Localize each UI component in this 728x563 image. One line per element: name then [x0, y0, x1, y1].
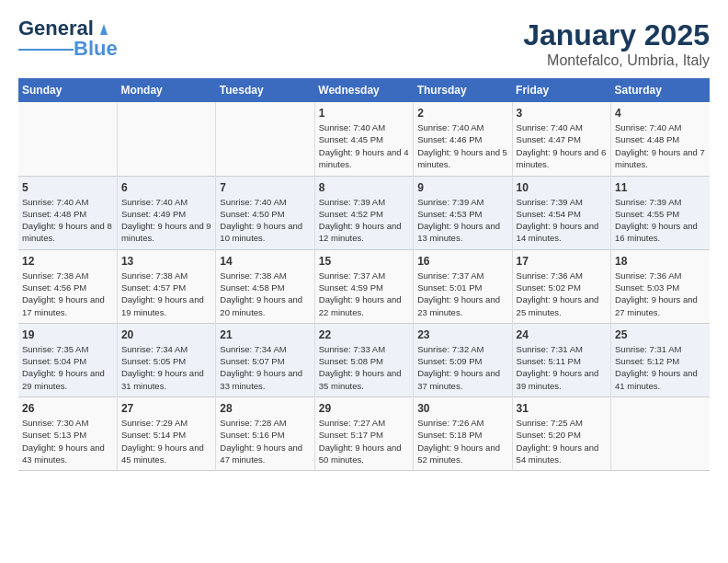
calendar-cell: 19Sunrise: 7:35 AMSunset: 5:04 PMDayligh… [18, 323, 117, 396]
logo-triangle-icon [96, 20, 112, 37]
day-info: Sunrise: 7:35 AMSunset: 5:04 PMDaylight:… [22, 343, 113, 392]
calendar-cell: 17Sunrise: 7:36 AMSunset: 5:02 PMDayligh… [512, 249, 610, 323]
day-info: Sunrise: 7:40 AMSunset: 4:47 PMDaylight:… [517, 121, 607, 170]
day-header-wednesday: Wednesday [314, 78, 413, 102]
calendar-title: January 2025 [523, 18, 710, 52]
calendar-cell: 21Sunrise: 7:34 AMSunset: 5:07 PMDayligh… [216, 323, 314, 396]
calendar-cell: 4Sunrise: 7:40 AMSunset: 4:48 PMDaylight… [611, 102, 710, 176]
day-number: 19 [22, 328, 113, 341]
day-number: 16 [417, 255, 507, 268]
calendar-cell: 10Sunrise: 7:39 AMSunset: 4:54 PMDayligh… [512, 176, 610, 249]
calendar-cell: 31Sunrise: 7:25 AMSunset: 5:20 PMDayligh… [512, 397, 610, 471]
calendar-cell: 9Sunrise: 7:39 AMSunset: 4:53 PMDaylight… [414, 176, 512, 249]
page-header: General Blue January 2025 Montefalco, Um… [18, 18, 710, 69]
day-info: Sunrise: 7:39 AMSunset: 4:52 PMDaylight:… [319, 196, 409, 245]
day-info: Sunrise: 7:36 AMSunset: 5:02 PMDaylight:… [517, 270, 607, 318]
day-info: Sunrise: 7:37 AMSunset: 4:59 PMDaylight:… [319, 270, 409, 318]
calendar-week-row: 5Sunrise: 7:40 AMSunset: 4:48 PMDaylight… [18, 176, 710, 249]
calendar-header-row: SundayMondayTuesdayWednesdayThursdayFrid… [18, 78, 710, 102]
day-number: 30 [417, 402, 507, 415]
calendar-week-row: 26Sunrise: 7:30 AMSunset: 5:13 PMDayligh… [18, 397, 710, 471]
calendar-week-row: 12Sunrise: 7:38 AMSunset: 4:56 PMDayligh… [18, 249, 710, 323]
day-info: Sunrise: 7:29 AMSunset: 5:14 PMDaylight:… [121, 417, 211, 465]
calendar-cell: 6Sunrise: 7:40 AMSunset: 4:49 PMDaylight… [117, 176, 215, 249]
svg-marker-0 [100, 24, 108, 35]
calendar-cell: 8Sunrise: 7:39 AMSunset: 4:52 PMDaylight… [314, 176, 413, 249]
calendar-cell: 24Sunrise: 7:31 AMSunset: 5:11 PMDayligh… [512, 323, 610, 396]
day-info: Sunrise: 7:26 AMSunset: 5:18 PMDaylight:… [417, 417, 507, 465]
calendar-cell [117, 102, 215, 176]
day-number: 15 [319, 255, 409, 268]
calendar-cell: 1Sunrise: 7:40 AMSunset: 4:45 PMDaylight… [314, 102, 413, 176]
day-number: 10 [517, 181, 607, 194]
day-header-sunday: Sunday [18, 78, 117, 102]
calendar-cell: 23Sunrise: 7:32 AMSunset: 5:09 PMDayligh… [414, 323, 512, 396]
day-number: 20 [121, 328, 211, 341]
day-info: Sunrise: 7:31 AMSunset: 5:12 PMDaylight:… [615, 343, 706, 392]
day-number: 7 [220, 181, 310, 194]
calendar-cell: 15Sunrise: 7:37 AMSunset: 4:59 PMDayligh… [314, 249, 413, 323]
day-header-monday: Monday [117, 78, 215, 102]
day-info: Sunrise: 7:40 AMSunset: 4:45 PMDaylight:… [319, 121, 409, 170]
day-number: 22 [319, 328, 409, 341]
calendar-cell: 5Sunrise: 7:40 AMSunset: 4:48 PMDaylight… [18, 176, 117, 249]
day-number: 11 [615, 181, 706, 194]
day-info: Sunrise: 7:36 AMSunset: 5:03 PMDaylight:… [615, 270, 706, 318]
day-header-friday: Friday [512, 78, 610, 102]
day-info: Sunrise: 7:38 AMSunset: 4:56 PMDaylight:… [22, 270, 113, 318]
calendar-subtitle: Montefalco, Umbria, Italy [523, 52, 710, 69]
day-info: Sunrise: 7:39 AMSunset: 4:54 PMDaylight:… [517, 196, 607, 245]
title-section: January 2025 Montefalco, Umbria, Italy [523, 18, 710, 69]
day-info: Sunrise: 7:33 AMSunset: 5:08 PMDaylight:… [319, 343, 409, 392]
day-number: 28 [220, 402, 310, 415]
calendar-cell: 22Sunrise: 7:33 AMSunset: 5:08 PMDayligh… [314, 323, 413, 396]
calendar-cell [216, 102, 314, 176]
day-info: Sunrise: 7:25 AMSunset: 5:20 PMDaylight:… [517, 417, 607, 465]
day-number: 26 [22, 402, 113, 415]
day-info: Sunrise: 7:32 AMSunset: 5:09 PMDaylight:… [417, 343, 507, 392]
calendar-cell: 28Sunrise: 7:28 AMSunset: 5:16 PMDayligh… [216, 397, 314, 471]
day-info: Sunrise: 7:39 AMSunset: 4:53 PMDaylight:… [417, 196, 507, 245]
calendar-cell: 3Sunrise: 7:40 AMSunset: 4:47 PMDaylight… [512, 102, 610, 176]
logo: General Blue [18, 18, 118, 59]
calendar-week-row: 1Sunrise: 7:40 AMSunset: 4:45 PMDaylight… [18, 102, 710, 176]
day-header-tuesday: Tuesday [216, 78, 314, 102]
day-info: Sunrise: 7:40 AMSunset: 4:50 PMDaylight:… [220, 196, 310, 245]
calendar-table: SundayMondayTuesdayWednesdayThursdayFrid… [18, 78, 710, 471]
calendar-cell: 26Sunrise: 7:30 AMSunset: 5:13 PMDayligh… [18, 397, 117, 471]
calendar-week-row: 19Sunrise: 7:35 AMSunset: 5:04 PMDayligh… [18, 323, 710, 396]
day-number: 12 [22, 255, 113, 268]
logo-text-general: General [18, 18, 94, 39]
day-number: 4 [615, 107, 706, 120]
day-info: Sunrise: 7:40 AMSunset: 4:46 PMDaylight:… [417, 121, 507, 170]
day-info: Sunrise: 7:30 AMSunset: 5:13 PMDaylight:… [22, 417, 113, 465]
calendar-cell: 29Sunrise: 7:27 AMSunset: 5:17 PMDayligh… [314, 397, 413, 471]
calendar-cell: 16Sunrise: 7:37 AMSunset: 5:01 PMDayligh… [414, 249, 512, 323]
day-info: Sunrise: 7:40 AMSunset: 4:49 PMDaylight:… [121, 196, 211, 245]
day-number: 31 [517, 402, 607, 415]
day-number: 21 [220, 328, 310, 341]
day-number: 13 [121, 255, 211, 268]
day-number: 23 [417, 328, 507, 341]
calendar-cell: 7Sunrise: 7:40 AMSunset: 4:50 PMDaylight… [216, 176, 314, 249]
calendar-cell: 25Sunrise: 7:31 AMSunset: 5:12 PMDayligh… [611, 323, 710, 396]
day-info: Sunrise: 7:39 AMSunset: 4:55 PMDaylight:… [615, 196, 706, 245]
day-info: Sunrise: 7:31 AMSunset: 5:11 PMDaylight:… [517, 343, 607, 392]
day-number: 25 [615, 328, 706, 341]
day-number: 2 [417, 107, 507, 120]
calendar-cell [18, 102, 117, 176]
calendar-cell: 12Sunrise: 7:38 AMSunset: 4:56 PMDayligh… [18, 249, 117, 323]
day-number: 5 [22, 181, 113, 194]
day-number: 24 [517, 328, 607, 341]
logo-text-blue: Blue [74, 39, 118, 59]
day-info: Sunrise: 7:40 AMSunset: 4:48 PMDaylight:… [22, 196, 113, 245]
day-number: 1 [319, 107, 409, 120]
day-info: Sunrise: 7:27 AMSunset: 5:17 PMDaylight:… [319, 417, 409, 465]
day-number: 8 [319, 181, 409, 194]
day-number: 9 [417, 181, 507, 194]
day-info: Sunrise: 7:40 AMSunset: 4:48 PMDaylight:… [615, 121, 706, 170]
calendar-cell: 14Sunrise: 7:38 AMSunset: 4:58 PMDayligh… [216, 249, 314, 323]
day-info: Sunrise: 7:38 AMSunset: 4:57 PMDaylight:… [121, 270, 211, 318]
day-info: Sunrise: 7:34 AMSunset: 5:07 PMDaylight:… [220, 343, 310, 392]
calendar-cell: 2Sunrise: 7:40 AMSunset: 4:46 PMDaylight… [414, 102, 512, 176]
